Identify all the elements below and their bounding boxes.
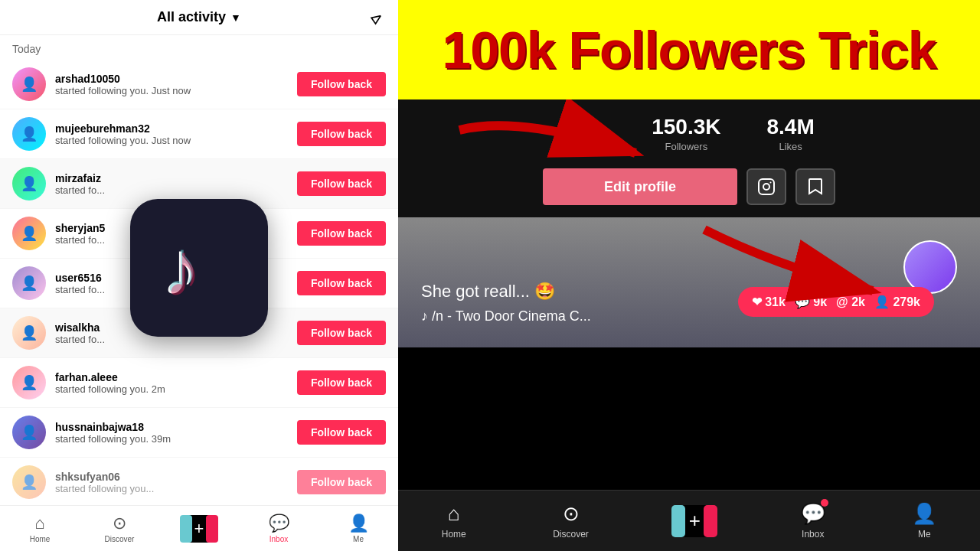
profile-icon: 👤	[912, 502, 936, 526]
bnav-inbox-label: Inbox	[802, 529, 824, 540]
plus-icon: +	[689, 509, 701, 533]
svg-point-4	[763, 184, 769, 190]
likes-count: 8.4M	[766, 115, 814, 139]
following-count: 91	[564, 115, 606, 139]
stats-badge: ❤ 31k 💬 9k @ 2k 👤 279k	[738, 287, 934, 317]
activity-info: shksufyan06 started following you...	[55, 471, 288, 494]
activity-info: mujeeburehman32 started following you. J…	[55, 122, 288, 146]
inbox-icon-wrapper: 💬	[269, 514, 289, 533]
follow-back-button[interactable]: Follow back	[297, 271, 386, 295]
follow-back-button[interactable]: Follow back	[297, 171, 386, 196]
avatar: 👤	[12, 416, 46, 449]
activity-description: started following you...	[55, 483, 288, 494]
follow-back-button[interactable]: Follow back	[297, 122, 386, 146]
bookmark-icon	[807, 178, 824, 196]
username: mujeeburehman32	[55, 122, 288, 135]
follow-back-button[interactable]: Follow back	[297, 321, 386, 345]
stats-row: 91 Following 150.3K Followers 8.4M Likes	[429, 115, 949, 153]
svg-point-5	[770, 182, 772, 184]
list-item: 👤 mujeeburehman32 started following you.…	[0, 109, 398, 159]
nav-home-label: Home	[30, 535, 51, 543]
svg-rect-3	[759, 179, 774, 194]
bnav-create[interactable]: +	[675, 505, 714, 537]
badge-comments: 💬 9k	[795, 295, 827, 309]
svg-text:♪: ♪	[164, 227, 202, 312]
instagram-button[interactable]	[746, 168, 786, 205]
plus-icon: +	[194, 519, 204, 539]
avatar: 👤	[12, 465, 46, 499]
username: arshad10050	[55, 73, 288, 85]
badge-followers: 👤 279k	[874, 295, 920, 309]
activity-description: started following you. 2m	[55, 383, 288, 395]
title-banner: 100k Followers Trick	[398, 0, 980, 99]
instagram-icon	[757, 178, 776, 196]
inbox-icon: 💬	[269, 514, 289, 533]
badge-likes: ❤ 31k	[752, 295, 786, 309]
nav-inbox[interactable]: 💬 Inbox	[239, 506, 318, 551]
video-caption: She got reall... 🤩	[421, 282, 555, 302]
bnav-discover-label: Discover	[553, 529, 589, 540]
avatar: 👤	[12, 266, 46, 300]
search-icon: ⊙	[563, 502, 580, 526]
avatar: 👤	[12, 117, 46, 151]
bnav-discover[interactable]: ⊙ Discover	[553, 502, 589, 540]
nav-discover[interactable]: ⊙ Discover	[80, 506, 159, 551]
stat-following: 91 Following	[564, 115, 606, 153]
follow-back-button[interactable]: Follow back	[297, 72, 386, 96]
activity-description: started following you. Just now	[55, 85, 288, 96]
edit-profile-button[interactable]: Edit profile	[543, 168, 737, 205]
inbox-notification-dot	[821, 499, 828, 507]
search-icon: ⊙	[113, 514, 126, 533]
stat-followers: 150.3K Followers	[652, 115, 720, 153]
bnav-me[interactable]: 👤 Me	[912, 502, 936, 540]
activity-description: started following you. 39m	[55, 433, 288, 445]
follow-back-button[interactable]: Follow back	[297, 370, 386, 395]
avatar: 👤	[12, 167, 46, 201]
home-icon: ⌂	[448, 502, 460, 526]
list-item: 👤 farhan.aleee started following you. 2m…	[0, 358, 398, 408]
bnav-me-label: Me	[918, 529, 931, 540]
activity-info: farhan.aleee started following you. 2m	[55, 371, 288, 395]
bottom-nav-right: ⌂ Home ⊙ Discover + 💬 Inbox 👤 Me	[398, 490, 980, 551]
profile-actions: Edit profile	[429, 168, 949, 205]
nav-home[interactable]: ⌂ Home	[0, 506, 80, 551]
followers-count: 150.3K	[652, 115, 720, 139]
likes-label: Likes	[779, 141, 802, 152]
create-button[interactable]: +	[183, 515, 215, 543]
header-title: All activity	[157, 9, 226, 25]
avatar: 👤	[12, 366, 46, 399]
nav-discover-label: Discover	[105, 535, 135, 543]
follow-back-button[interactable]: Follow back	[297, 420, 386, 445]
activity-info: hussnainbajwa18 started following you. 3…	[55, 421, 288, 445]
stat-likes: 8.4M Likes	[766, 115, 814, 153]
title-text: 100k Followers Trick	[442, 20, 936, 80]
follow-back-button[interactable]: Follow back	[297, 221, 386, 246]
activity-info: arshad10050 started following you. Just …	[55, 73, 288, 96]
username: farhan.aleee	[55, 371, 288, 383]
tiktok-logo-overlay: ♪ ♪ ♪	[130, 199, 268, 337]
bookmark-button[interactable]	[795, 168, 835, 205]
header-title-container[interactable]: All activity ▼	[157, 9, 241, 25]
avatar: 👤	[12, 67, 46, 101]
video-section: She got reall... 🤩 ♪ /n - Two Door Cinem…	[398, 217, 980, 347]
tiktok-logo-icon: ♪ ♪ ♪	[153, 222, 245, 314]
bottom-navigation: ⌂ Home ⊙ Discover + 💬 Inbox 👤 Me	[0, 505, 398, 551]
bnav-home[interactable]: ⌂ Home	[442, 502, 466, 540]
create-button[interactable]: +	[675, 505, 714, 537]
avatar: 👤	[12, 316, 46, 350]
list-item: 👤 hussnainbajwa18 started following you.…	[0, 408, 398, 458]
nav-create[interactable]: +	[159, 506, 239, 551]
username: hussnainbajwa18	[55, 421, 288, 433]
send-icon[interactable]: ⊳	[366, 6, 387, 28]
profile-icon: 👤	[348, 514, 369, 533]
bnav-inbox[interactable]: 💬 Inbox	[801, 502, 825, 540]
activity-info: mirzafaiz started fo...	[55, 172, 288, 196]
list-item: 👤 shksufyan06 started following you... F…	[0, 458, 398, 505]
nav-me-label: Me	[353, 535, 364, 543]
music-label: ♪ /n - Two Door Cinema C...	[421, 308, 591, 324]
avatar: 👤	[12, 217, 46, 250]
left-panel: All activity ▼ ⊳ Today 👤 arshad10050 sta…	[0, 0, 398, 551]
follow-back-button[interactable]: Follow back	[297, 470, 386, 494]
home-icon: ⌂	[34, 514, 44, 533]
nav-me[interactable]: 👤 Me	[318, 506, 398, 551]
